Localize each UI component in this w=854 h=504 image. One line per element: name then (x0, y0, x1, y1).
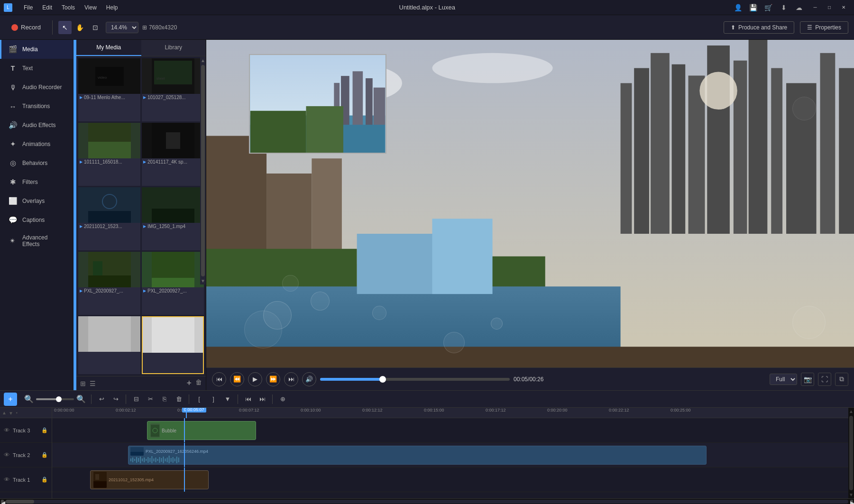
media-item-7[interactable]: ▶ PXL_20200927_... (78, 252, 140, 315)
sidebar-item-captions[interactable]: 💬 Captions (0, 211, 73, 229)
play-btn[interactable]: ▶ (248, 372, 262, 386)
track3-eye[interactable]: 👁 (4, 427, 10, 434)
track2-eye[interactable]: 👁 (4, 451, 10, 458)
media-item-1[interactable]: video ▶ 09-11 Menlo Athe... (78, 58, 140, 121)
track1-lock[interactable]: 🔒 (41, 477, 48, 483)
download-icon[interactable]: ⬇ (778, 2, 790, 13)
media-tab-my-media[interactable]: My Media (76, 40, 141, 56)
tl-mark-in[interactable]: [ (193, 393, 205, 405)
hscroll-right[interactable]: ▶ (850, 500, 853, 504)
sidebar-item-text[interactable]: T Text (0, 59, 73, 78)
tl-mark-out[interactable]: ] (207, 393, 220, 405)
save-icon[interactable]: 💾 (748, 2, 759, 13)
sidebar-item-advanced-effects[interactable]: ✴ Advanced Effects (0, 229, 73, 252)
sidebar-item-media[interactable]: 🎬 Media (0, 40, 73, 59)
menu-tools[interactable]: Tools (58, 2, 79, 13)
svg-rect-65 (138, 458, 139, 462)
zoom-select[interactable]: 14.4% (106, 22, 138, 33)
close-btn[interactable]: ✕ (837, 3, 850, 12)
media-item-5[interactable]: ▶ 20211012_1523... (78, 187, 140, 250)
clip-video2[interactable]: PXL_20200927_162356246.mp4 // Generate w… (128, 446, 707, 465)
media-item-6[interactable]: ▶ IMG_1250_1.mp4 (142, 187, 204, 250)
track2-lock[interactable]: 🔒 (41, 452, 48, 458)
nav-down[interactable]: ▼ (9, 411, 13, 416)
sidebar-item-filters[interactable]: ✱ Filters (0, 173, 73, 192)
windowed-btn[interactable]: ⧉ (835, 373, 848, 386)
menu-help[interactable]: Help (102, 2, 122, 13)
delete-media-btn[interactable]: 🗑 (195, 378, 202, 388)
sidebar-item-audio-effects[interactable]: 🔊 Audio Effects (0, 116, 73, 135)
grid-view-btn[interactable]: ⊞ (80, 380, 86, 387)
track1-eye[interactable]: 👁 (4, 476, 10, 483)
next-btn[interactable]: ⏭ (284, 372, 298, 386)
menu-file[interactable]: File (20, 2, 37, 13)
media-label-2: ▶ 101027_025128... (142, 94, 204, 101)
zoom-slider[interactable] (36, 398, 74, 400)
clip-bubble[interactable]: Bubble (147, 421, 256, 440)
tl-split[interactable]: ⊟ (130, 393, 142, 405)
sidebar-item-overlays[interactable]: ⬜ Overlays (0, 192, 73, 211)
tl-cut[interactable]: ✂ (144, 393, 156, 405)
nav-up[interactable]: ▲ (2, 410, 7, 415)
add-track-btn[interactable]: + (4, 393, 17, 406)
media-item-8[interactable]: ▶ PXL_20200927_... (142, 252, 204, 315)
tl-undo[interactable]: ↩ (95, 393, 108, 405)
prev-btn[interactable]: ⏮ (212, 372, 226, 386)
minimize-btn[interactable]: ─ (808, 3, 822, 12)
sidebar-item-audio-recorder[interactable]: 🎙 Audio Recorder (0, 78, 73, 97)
add-media-btn[interactable]: + (186, 378, 192, 388)
properties-button[interactable]: ☰ Properties (800, 21, 848, 34)
tl-skip-end[interactable]: ⏭ (256, 393, 268, 405)
preview-canvas[interactable] (206, 40, 854, 367)
menu-view[interactable]: View (81, 2, 101, 13)
quality-select[interactable]: Full (770, 374, 797, 385)
track-area[interactable]: 0:00:00:00 0:00:02:12 0:00:05:00 0:00:07… (52, 408, 854, 498)
fullscreen-btn[interactable]: ⛶ (818, 373, 831, 386)
account-icon[interactable]: 👤 (733, 2, 744, 13)
progress-handle[interactable] (379, 376, 386, 383)
forward-btn[interactable]: ⏩ (266, 372, 280, 386)
sidebar-item-animations[interactable]: ✦ Animations (0, 135, 73, 154)
rewind-btn[interactable]: ⏪ (230, 372, 244, 386)
tl-delete[interactable]: 🗑 (173, 393, 185, 405)
tl-redo[interactable]: ↪ (110, 393, 122, 405)
hscroll-track[interactable] (6, 500, 848, 504)
timeline-hscrollbar[interactable]: ◀ ▶ (0, 498, 854, 504)
timeline-vscrollbar[interactable]: ▲ ▼ (848, 408, 854, 498)
hscroll-thumb[interactable] (6, 500, 34, 504)
tl-marker[interactable]: ▼ (221, 393, 234, 405)
media-item-4[interactable]: ▶ 20141117_4K sp... (142, 123, 204, 186)
record-button[interactable]: Record (6, 22, 46, 33)
tl-zoom-out[interactable]: 🔍 (23, 393, 35, 405)
media-scrollbar[interactable]: ▲ ▼ (200, 57, 206, 284)
track3-lock[interactable]: 🔒 (41, 427, 48, 433)
media-item-2[interactable]: street ▶ 101027_025128... (142, 58, 204, 121)
tl-copy[interactable]: ⎘ (158, 393, 171, 405)
media-item-10[interactable] (142, 316, 204, 374)
tl-skip-start[interactable]: ⏮ (242, 393, 254, 405)
zoom-handle[interactable] (56, 396, 62, 402)
media-item-3[interactable]: ▶ 101111_165018... (78, 123, 140, 186)
clip-video1[interactable]: 20211012_152305.mp4 (90, 470, 209, 489)
tl-zoom-in[interactable]: 🔍 (75, 393, 87, 405)
media-item-9[interactable] (78, 316, 140, 374)
produce-share-button[interactable]: ⬆ Produce and Share (724, 21, 794, 34)
volume-btn[interactable]: 🔊 (302, 372, 316, 386)
svg-rect-43 (206, 347, 854, 367)
menu-edit[interactable]: Edit (38, 2, 56, 13)
list-view-btn[interactable]: ☰ (90, 380, 96, 387)
maximize-btn[interactable]: □ (823, 3, 836, 12)
cart-icon[interactable]: 🛒 (763, 2, 774, 13)
hand-tool[interactable]: ✋ (73, 21, 87, 34)
crop-tool[interactable]: ⊡ (89, 21, 102, 34)
pointer-tool[interactable]: ↖ (58, 21, 72, 34)
media-thumb-10 (143, 317, 203, 353)
cloud-icon[interactable]: ☁ (793, 2, 805, 13)
hscroll-left[interactable]: ◀ (1, 500, 4, 504)
snapshot-btn[interactable]: 📷 (801, 373, 814, 386)
sidebar-item-behaviors[interactable]: ◎ Behaviors (0, 154, 73, 173)
tl-protect[interactable]: ⊕ (276, 393, 289, 405)
sidebar-item-transitions[interactable]: ↔ Transitions (0, 97, 73, 116)
media-tab-library[interactable]: Library (141, 40, 206, 56)
progress-bar[interactable] (320, 378, 510, 381)
